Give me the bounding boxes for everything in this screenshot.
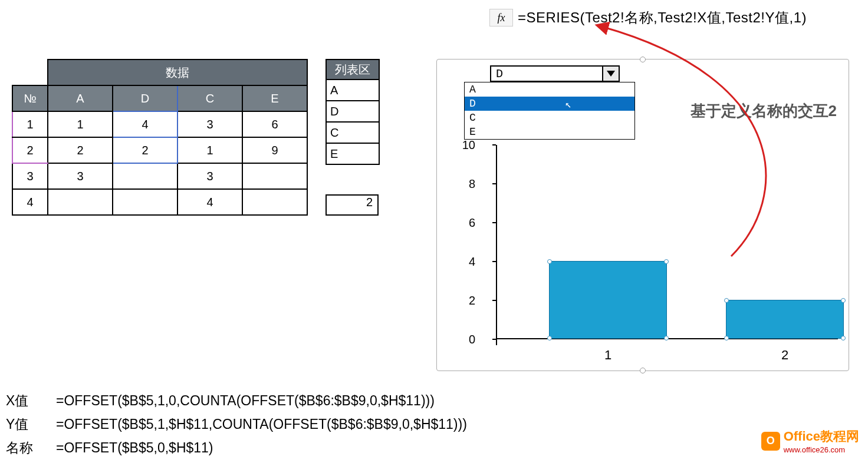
y-tick: 8 — [458, 177, 475, 191]
list-item[interactable]: A — [326, 80, 379, 101]
cell[interactable]: 3 — [48, 163, 113, 189]
cell[interactable]: 3 — [177, 163, 242, 189]
cell[interactable] — [48, 189, 113, 215]
combo-option-label: D — [469, 98, 476, 110]
cell[interactable]: 4 — [113, 111, 177, 137]
cell[interactable] — [113, 189, 177, 215]
cell[interactable]: 9 — [242, 137, 307, 163]
combo-box[interactable]: D — [490, 65, 620, 82]
cell[interactable]: 2 — [12, 137, 48, 163]
formula-bar: fx =SERIES(Test2!名称,Test2!X值,Test2!Y值,1) — [489, 8, 807, 27]
chart-title: 基于定义名称的交互2 — [691, 101, 837, 121]
cell[interactable]: 1 — [177, 137, 242, 163]
value-cell[interactable]: 2 — [326, 194, 379, 216]
cell[interactable]: 3 — [177, 111, 242, 137]
list-header: 列表区 — [326, 59, 379, 80]
combo-button[interactable] — [602, 67, 619, 81]
formula-text[interactable]: =SERIES(Test2!名称,Test2!X值,Test2!Y值,1) — [518, 8, 807, 27]
y-axis — [496, 145, 497, 221]
cell[interactable]: 2 — [113, 137, 177, 163]
table-row[interactable]: 4 4 — [12, 189, 307, 215]
combo-dropdown[interactable]: A D ↖ C E — [464, 82, 635, 140]
cell[interactable]: 6 — [242, 111, 307, 137]
fx-icon[interactable]: fx — [489, 9, 513, 27]
cell[interactable]: 3 — [12, 163, 48, 189]
combo-option[interactable]: A — [465, 82, 634, 97]
table-row[interactable]: 2 2 2 1 9 — [12, 137, 307, 163]
combo-option[interactable]: D ↖ — [465, 97, 634, 111]
combo-option[interactable]: C — [465, 111, 634, 125]
chevron-down-icon — [607, 71, 615, 77]
combo-option[interactable]: E — [465, 125, 634, 139]
cell[interactable]: 2 — [48, 137, 113, 163]
y-tick: 6 — [458, 216, 475, 222]
cell[interactable] — [113, 163, 177, 189]
data-header: 数据 — [48, 59, 307, 85]
combo-value: D — [491, 67, 602, 81]
cell[interactable] — [242, 163, 307, 189]
data-table[interactable]: 数据 № A D C E 1 1 4 3 6 2 2 2 1 9 3 3 3 — [12, 59, 308, 216]
cell[interactable]: 4 — [12, 189, 48, 215]
cell[interactable]: 4 — [177, 189, 242, 215]
col-no: № — [12, 85, 48, 111]
col-a: A — [48, 85, 113, 111]
list-item[interactable]: E — [326, 143, 379, 164]
y-tick: 10 — [458, 138, 475, 152]
cell[interactable]: 1 — [12, 111, 48, 137]
chart-plot[interactable]: 0 2 4 6 8 10 1 2 — [478, 145, 838, 221]
chart-object[interactable]: D A D ↖ C E 基于定义名称的交互2 0 2 4 6 8 10 — [436, 59, 849, 221]
cell[interactable] — [242, 189, 307, 215]
list-item[interactable]: C — [326, 122, 379, 143]
col-e: E — [242, 85, 307, 111]
table-row[interactable]: 3 3 3 — [12, 163, 307, 189]
list-item[interactable]: D — [326, 101, 379, 122]
col-c: C — [177, 85, 242, 111]
col-d: D — [113, 85, 177, 111]
list-table[interactable]: 列表区 A D C E — [326, 59, 380, 165]
cell[interactable]: 1 — [48, 111, 113, 137]
table-row[interactable]: 1 1 4 3 6 — [12, 111, 307, 137]
cursor-icon: ↖ — [565, 98, 571, 111]
svg-marker-0 — [607, 71, 615, 77]
